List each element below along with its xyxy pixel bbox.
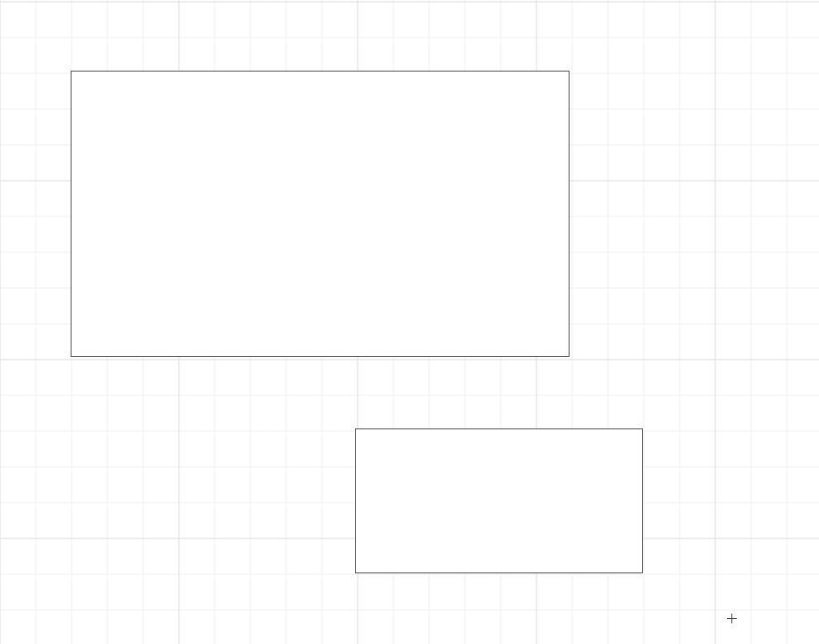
diagram-canvas[interactable] [0,0,819,644]
shape-rectangle-1[interactable] [71,71,570,357]
shape-rectangle-2[interactable] [355,428,643,573]
crosshair-cursor-icon [727,614,737,623]
